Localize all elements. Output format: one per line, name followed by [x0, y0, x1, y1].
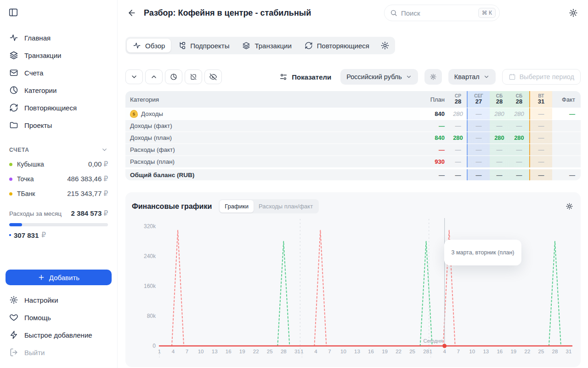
svg-text:25: 25	[267, 349, 273, 354]
accounts-list: Кубышка 0,00 ₽ Точка 486 383,46 ₽ ТБанк …	[6, 157, 112, 201]
currency-selector[interactable]: Российский рубль	[340, 69, 418, 85]
svg-text:160k: 160k	[144, 283, 156, 289]
col-header-day-1: СЕГ27	[467, 91, 490, 108]
account-color-dot	[9, 163, 12, 166]
sidebar-item-главная[interactable]: Главная	[6, 29, 112, 46]
pie-icon	[9, 86, 18, 95]
accounts-header-label: СЧЕТА	[9, 147, 29, 153]
add-button-label: Добавить	[49, 274, 79, 282]
table-row-расходы-факт-[interactable]: Расходы (факт)——————	[125, 144, 581, 155]
account-item[interactable]: ТБанк 215 343,77 ₽	[6, 186, 112, 201]
tab-обзор[interactable]: Обзор	[127, 39, 171, 52]
sidebar-item-выйти[interactable]: Выйти	[6, 344, 112, 361]
sidebar-item-категории[interactable]: Категории	[6, 82, 112, 98]
mail-icon	[9, 68, 18, 77]
pie-chart-button[interactable]	[165, 69, 182, 84]
plus-icon	[38, 274, 45, 281]
cell-day-0: 280	[449, 108, 467, 120]
chart-header: Финансовые графики ГрафикиРасходы план/ф…	[125, 192, 581, 213]
row-label: Общий баланс (RUB)	[125, 169, 420, 180]
expand-all-button[interactable]	[145, 69, 163, 84]
svg-text:320k: 320k	[144, 223, 156, 230]
sidebar-item-счета[interactable]: Счета	[6, 64, 112, 81]
page-title: Разбор: Кофейня в центре - стабильный	[144, 8, 311, 18]
sidebar-item-быстрое-добавление[interactable]: Быстрое добавление	[6, 327, 112, 343]
cell-plan: —	[420, 120, 449, 132]
cell-day-0: —	[449, 156, 467, 167]
chart-tooltip: 3 марта, вторник (план)	[444, 240, 521, 265]
financial-chart: 320k240k160k80k0147101316192225283114710…	[125, 192, 581, 361]
cell-day-1: —	[467, 156, 490, 167]
settings-gear-icon[interactable]	[569, 8, 578, 17]
calendar-off-icon	[190, 73, 197, 80]
table-row-общий-баланс-rub-[interactable]: Общий баланс (RUB)———————	[125, 167, 581, 180]
sidebar-item-проекты[interactable]: Проекты	[6, 117, 112, 133]
chart-tab-графики[interactable]: Графики	[220, 200, 254, 213]
svg-text:7: 7	[186, 349, 188, 354]
sidebar-item-помощь[interactable]: Помощь	[6, 309, 112, 326]
cell-day-0: 280	[449, 132, 467, 144]
table-row-доходы[interactable]: $Доходы840280—280280——	[125, 108, 581, 120]
refresh-icon	[9, 103, 18, 112]
tab-подпроекты[interactable]: Подпроекты	[172, 39, 235, 52]
chevron-down-icon	[406, 74, 412, 80]
search-input[interactable]: Поиск ⌘ К	[384, 5, 500, 21]
collapse-all-button[interactable]	[125, 69, 143, 84]
svg-text:240k: 240k	[144, 253, 156, 259]
search-icon	[390, 9, 397, 17]
tab-транзакции[interactable]: Транзакции	[236, 39, 297, 52]
table-settings-button[interactable]	[424, 69, 442, 85]
sidebar: Главная Транзакции Счета Категории Повто…	[0, 0, 118, 368]
table-row-доходы-план-[interactable]: Доходы (план)840280—280280—	[125, 132, 581, 144]
back-button[interactable]	[125, 6, 138, 19]
cell-day-2: —	[490, 169, 509, 180]
col-header-fact: Факт	[552, 91, 581, 108]
accounts-section-header[interactable]: СЧЕТА	[9, 146, 108, 153]
sidebar-item-транзакции[interactable]: Транзакции	[6, 47, 112, 63]
financial-charts-card: Финансовые графики ГрафикиРасходы план/ф…	[125, 192, 581, 367]
cell-day-3: —	[509, 144, 529, 155]
cell-plan: 840	[420, 108, 449, 120]
svg-text:10: 10	[469, 349, 475, 354]
date-range-placeholder: Выберите период	[520, 73, 574, 80]
gear-icon	[9, 295, 18, 305]
table-row-расходы-план-[interactable]: Расходы (план)930—————	[125, 155, 581, 167]
eye-off-button[interactable]	[204, 69, 222, 84]
cell-day-1: —	[467, 169, 490, 180]
cell-fact: —	[552, 169, 581, 180]
cell-day-2: —	[490, 156, 509, 167]
cell-day-2: 280	[490, 132, 509, 144]
svg-text:10: 10	[340, 349, 346, 354]
cell-fact	[552, 156, 581, 167]
chevron-down-icon[interactable]	[101, 146, 108, 153]
col-header-day-2: СБ28	[490, 91, 509, 108]
sidebar-item-настройки[interactable]: Настройки	[6, 292, 112, 308]
cell-plan: 840	[420, 132, 449, 144]
account-item[interactable]: Точка 486 383,46 ₽	[6, 172, 112, 186]
cell-day-3: —	[509, 169, 529, 180]
chart-settings-gear-icon[interactable]	[565, 202, 573, 210]
search-placeholder: Поиск	[401, 9, 475, 17]
row-label: Расходы (факт)	[125, 144, 420, 155]
calendar-off-button[interactable]	[185, 69, 202, 84]
account-item[interactable]: Кубышка 0,00 ₽	[6, 157, 112, 172]
cell-day-4: —	[529, 120, 552, 132]
tabs-settings-gear-icon[interactable]	[376, 38, 394, 53]
account-color-dot	[9, 192, 12, 196]
svg-text:25: 25	[538, 349, 544, 354]
tab-повторяющиеся[interactable]: Повторяющиеся	[299, 39, 375, 52]
table-row-доходы-факт-[interactable]: Доходы (факт)——————	[125, 120, 581, 132]
svg-text:13: 13	[483, 349, 489, 354]
progressbar-fill	[9, 223, 22, 226]
date-range-picker[interactable]: Выберите период	[502, 69, 581, 85]
main-content: Разбор: Кофейня в центре - стабильный По…	[118, 0, 588, 368]
indicators-toggle[interactable]: Показатели	[279, 73, 331, 81]
indicators-label: Показатели	[292, 73, 331, 81]
svg-text:28: 28	[281, 349, 287, 354]
chart-tab-расходы-план-факт[interactable]: Расходы план/факт	[254, 200, 318, 213]
svg-text:1: 1	[300, 349, 303, 354]
add-button[interactable]: Добавить	[6, 270, 112, 285]
period-selector[interactable]: Квартал	[448, 69, 496, 85]
sidebar-collapse-icon[interactable]	[8, 7, 20, 19]
sidebar-item-повторяющиеся[interactable]: Повторяющиеся	[6, 99, 112, 116]
